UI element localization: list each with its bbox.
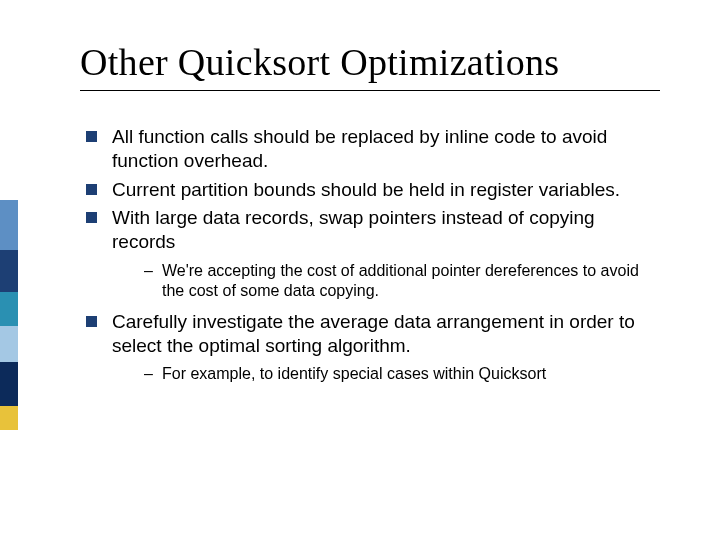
sub-item: We're accepting the cost of additional p… [144,261,660,302]
decor-stripe [0,292,18,326]
sub-list: For example, to identify special cases w… [144,364,660,384]
bullet-item: Current partition bounds should be held … [86,178,660,202]
sub-item: For example, to identify special cases w… [144,364,660,384]
bullet-text: Carefully investigate the average data a… [112,311,635,356]
bullet-item: All function calls should be replaced by… [86,125,660,174]
decor-stripe [0,406,18,430]
slide-content: Other Quicksort Optimizations All functi… [80,40,660,393]
decor-stripe [0,326,18,362]
bullet-item: Carefully investigate the average data a… [86,310,660,385]
bullet-text: With large data records, swap pointers i… [112,207,595,252]
bullet-list: All function calls should be replaced by… [80,125,660,385]
bullet-text: All function calls should be replaced by… [112,126,607,171]
sub-list: We're accepting the cost of additional p… [144,261,660,302]
decor-stripe [0,250,18,292]
decor-stripe [0,362,18,406]
bullet-text: Current partition bounds should be held … [112,179,620,200]
decor-stripe [0,200,18,250]
sub-text: For example, to identify special cases w… [162,365,546,382]
bullet-item: With large data records, swap pointers i… [86,206,660,302]
sub-text: We're accepting the cost of additional p… [162,262,639,299]
slide-title: Other Quicksort Optimizations [80,40,660,91]
